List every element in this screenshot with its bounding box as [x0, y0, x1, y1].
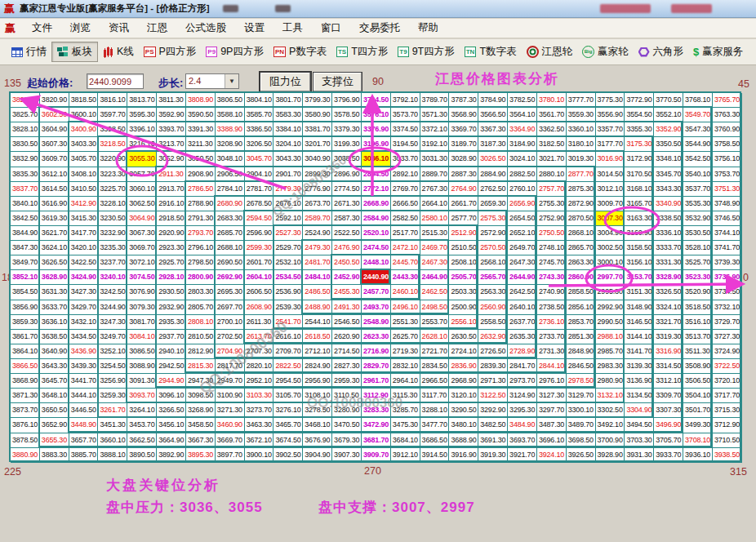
grid-cell[interactable]: 2942.50	[157, 359, 186, 374]
grid-cell[interactable]: 2923.30	[157, 241, 186, 255]
grid-cell[interactable]: 2839.30	[478, 359, 508, 374]
grid-cell[interactable]: 2676.10	[273, 197, 303, 211]
grid-cell[interactable]: 3074.50	[127, 270, 157, 285]
grid-cell[interactable]: 2978.50	[567, 374, 596, 389]
grid-cell[interactable]: 3616.90	[40, 197, 69, 211]
grid-cell[interactable]: 3609.70	[40, 152, 69, 167]
grid-cell[interactable]: 3604.90	[40, 122, 69, 137]
grid-cell[interactable]: 3321.70	[654, 315, 683, 330]
grid-cell[interactable]: 2704.90	[216, 344, 245, 359]
grid-cell[interactable]: 3064.90	[127, 211, 157, 226]
grid-cell[interactable]: 3537.70	[683, 182, 713, 197]
grid-cell[interactable]: 2774.50	[332, 182, 362, 197]
grid-cell[interactable]: 3333.70	[654, 241, 683, 255]
toolbar-item-9P四方形[interactable]: P99P四方形	[201, 42, 269, 61]
grid-cell[interactable]: 2707.30	[245, 344, 274, 359]
grid-cell[interactable]: 2889.70	[420, 167, 450, 182]
grid-cell[interactable]: 3614.50	[40, 182, 69, 197]
grid-cell[interactable]: 3141.70	[625, 344, 654, 359]
grid-cell[interactable]: 3667.30	[186, 433, 216, 448]
grid-cell[interactable]: 2652.10	[508, 226, 537, 241]
grid-cell[interactable]: 3676.90	[303, 433, 332, 448]
grid-cell[interactable]: 3832.90	[11, 152, 40, 167]
grid-cell[interactable]: 2532.10	[273, 255, 303, 270]
grid-cell[interactable]: 3232.90	[98, 226, 127, 241]
grid-cell[interactable]: 3674.50	[273, 433, 303, 448]
grid-cell[interactable]: 2784.10	[216, 182, 245, 197]
grid-cell[interactable]: 3242.50	[98, 285, 127, 300]
grid-cell[interactable]: 2680.90	[216, 197, 245, 211]
grid-cell[interactable]: 2642.50	[508, 285, 537, 300]
grid-cell[interactable]: 3396.10	[127, 122, 157, 137]
grid-cell[interactable]: 2973.70	[508, 374, 537, 389]
grid-cell[interactable]: 2815.30	[186, 359, 216, 374]
grid-cell[interactable]: 2959.30	[332, 374, 362, 389]
grid-cell[interactable]: 2997.70	[596, 270, 625, 285]
grid-cell[interactable]: 3715.30	[713, 403, 742, 418]
grid-cell[interactable]: 3376.90	[362, 122, 391, 137]
grid-cell[interactable]: 3482.50	[478, 418, 508, 433]
grid-cell[interactable]: 2488.90	[303, 300, 332, 315]
grid-cell[interactable]: 2824.90	[303, 359, 332, 374]
grid-cell[interactable]: 3679.30	[332, 433, 362, 448]
grid-cell[interactable]: 3772.90	[625, 93, 654, 108]
grid-cell[interactable]: 3684.10	[391, 433, 420, 448]
grid-cell[interactable]: 2476.90	[332, 241, 362, 255]
resistance-button[interactable]: 阻力位	[260, 72, 311, 92]
grid-cell[interactable]: 3624.10	[40, 241, 69, 255]
grid-cell[interactable]: 3729.70	[713, 315, 742, 330]
grid-cell[interactable]: 2604.10	[245, 270, 274, 285]
grid-cell[interactable]: 3021.70	[537, 152, 567, 167]
menu-item-公式选股[interactable]: 公式选股	[176, 21, 235, 35]
grid-cell[interactable]: 3664.90	[157, 433, 186, 448]
grid-cell[interactable]: 2748.10	[537, 241, 567, 255]
grid-cell[interactable]: 3151.30	[625, 285, 654, 300]
grid-cell[interactable]: 3516.10	[683, 315, 713, 330]
grid-cell[interactable]: 3163.30	[625, 211, 654, 226]
grid-cell[interactable]: 3576.10	[362, 108, 391, 122]
grid-cell[interactable]: 3290.50	[449, 403, 478, 418]
grid-cell[interactable]: 3916.90	[449, 448, 478, 463]
grid-cell[interactable]: 3357.70	[596, 122, 625, 137]
grid-cell[interactable]: 3196.90	[362, 137, 391, 152]
grid-cell[interactable]: 3914.50	[420, 448, 450, 463]
grid-cell[interactable]: 2760.10	[508, 182, 537, 197]
grid-cell[interactable]: 2980.90	[596, 374, 625, 389]
grid-cell[interactable]: 3297.70	[537, 403, 567, 418]
grid-cell[interactable]: 3784.90	[478, 93, 508, 108]
grid-cell[interactable]: 3640.90	[40, 344, 69, 359]
grid-cell[interactable]: 3369.70	[449, 122, 478, 137]
grid-cell[interactable]: 3712.90	[713, 418, 742, 433]
grid-cell[interactable]: 2952.10	[245, 374, 274, 389]
grid-cell[interactable]: 3571.30	[420, 108, 450, 122]
grid-cell[interactable]: 2956.90	[303, 374, 332, 389]
grid-cell[interactable]: 3561.70	[537, 108, 567, 122]
grid-cell[interactable]: 2868.10	[567, 226, 596, 241]
grid-cell[interactable]: 3223.30	[98, 167, 127, 182]
grid-cell[interactable]: 2772.10	[362, 182, 391, 197]
grid-cell[interactable]: 3883.30	[40, 448, 69, 463]
grid-cell[interactable]: 3446.50	[69, 403, 99, 418]
grid-cell[interactable]: 3134.50	[625, 389, 654, 403]
grid-cell[interactable]: 3753.70	[713, 167, 742, 182]
grid-cell[interactable]: 3722.50	[713, 359, 742, 374]
grid-cell[interactable]: 3247.30	[98, 315, 127, 330]
grid-cell[interactable]: 3494.50	[625, 418, 654, 433]
grid-cell[interactable]: 3600.10	[69, 108, 99, 122]
grid-cell[interactable]: 3201.70	[303, 137, 332, 152]
grid-cell[interactable]: 2649.70	[508, 241, 537, 255]
grid-cell[interactable]: 3045.70	[245, 152, 274, 167]
grid-cell[interactable]: 2728.90	[508, 344, 537, 359]
grid-cell[interactable]: 2966.50	[420, 374, 450, 389]
grid-cell[interactable]: 3465.70	[273, 418, 303, 433]
grid-cell[interactable]: 2558.50	[478, 315, 508, 330]
grid-cell[interactable]: 3031.30	[420, 152, 450, 167]
grid-cell[interactable]: 2493.70	[362, 300, 391, 315]
grid-cell[interactable]: 2515.30	[420, 226, 450, 241]
grid-cell[interactable]: 2534.50	[273, 270, 303, 285]
grid-cell[interactable]: 3156.10	[625, 255, 654, 270]
grid-cell[interactable]: 3108.10	[303, 389, 332, 403]
grid-cell[interactable]: 3801.70	[273, 93, 303, 108]
grid-cell[interactable]: 3854.50	[11, 285, 40, 300]
grid-cell[interactable]: 2896.90	[332, 167, 362, 182]
